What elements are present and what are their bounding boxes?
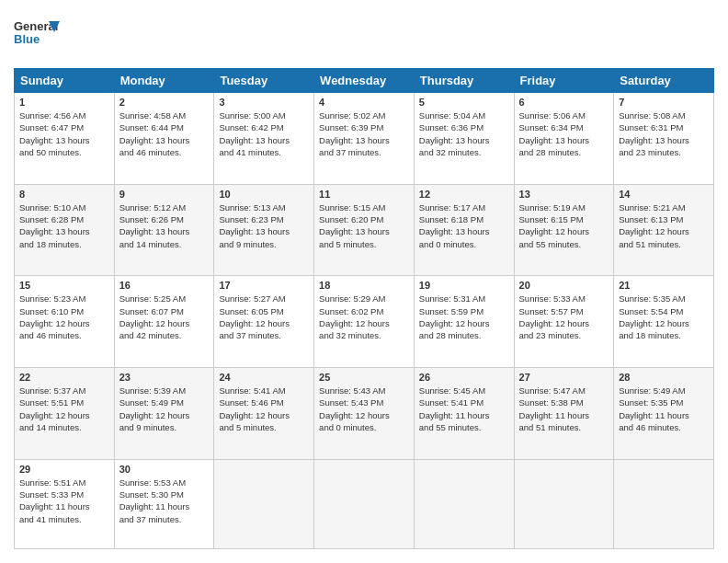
calendar-table: SundayMondayTuesdayWednesdayThursdayFrid… [14,68,714,549]
day-info: Sunrise: 5:29 AM Sunset: 6:02 PM Dayligh… [319,293,409,341]
day-number: 1 [19,97,109,108]
calendar-cell: 11Sunrise: 5:15 AM Sunset: 6:20 PM Dayli… [314,184,415,276]
calendar-cell: 9Sunrise: 5:12 AM Sunset: 6:26 PM Daylig… [114,184,214,276]
day-info: Sunrise: 5:17 AM Sunset: 6:18 PM Dayligh… [419,201,509,250]
calendar-cell: 24Sunrise: 5:41 AM Sunset: 5:46 PM Dayli… [214,367,314,459]
day-info: Sunrise: 5:53 AM Sunset: 5:30 PM Dayligh… [119,477,210,525]
calendar-cell: 18Sunrise: 5:29 AM Sunset: 6:02 PM Dayli… [314,276,415,368]
calendar-cell: 28Sunrise: 5:49 AM Sunset: 5:35 PM Dayli… [614,367,714,459]
calendar-cell: 21Sunrise: 5:35 AM Sunset: 5:54 PM Dayli… [614,276,714,368]
calendar-cell: 22Sunrise: 5:37 AM Sunset: 5:51 PM Dayli… [15,367,115,459]
day-number: 8 [19,189,109,200]
day-number: 20 [519,280,609,291]
calendar-cell [214,459,314,548]
day-info: Sunrise: 5:06 AM Sunset: 6:34 PM Dayligh… [519,109,609,158]
calendar-cell: 17Sunrise: 5:27 AM Sunset: 6:05 PM Dayli… [214,276,314,368]
day-number: 29 [19,464,109,475]
calendar-cell: 26Sunrise: 5:45 AM Sunset: 5:41 PM Dayli… [414,367,514,459]
calendar-cell: 8Sunrise: 5:10 AM Sunset: 6:28 PM Daylig… [15,184,115,276]
day-number: 6 [519,97,609,108]
weekday-sunday: Sunday [15,69,115,93]
calendar-cell: 10Sunrise: 5:13 AM Sunset: 6:23 PM Dayli… [214,184,314,276]
day-info: Sunrise: 5:12 AM Sunset: 6:26 PM Dayligh… [119,201,210,250]
day-info: Sunrise: 5:39 AM Sunset: 5:49 PM Dayligh… [119,385,210,433]
day-info: Sunrise: 5:41 AM Sunset: 5:46 PM Dayligh… [219,385,309,433]
day-number: 28 [619,372,709,383]
day-info: Sunrise: 5:10 AM Sunset: 6:28 PM Dayligh… [19,201,109,250]
calendar-week-3: 15Sunrise: 5:23 AM Sunset: 6:10 PM Dayli… [15,276,714,368]
day-info: Sunrise: 5:35 AM Sunset: 5:54 PM Dayligh… [619,293,709,341]
day-number: 2 [119,97,210,108]
calendar-cell: 30Sunrise: 5:53 AM Sunset: 5:30 PM Dayli… [114,459,214,548]
weekday-tuesday: Tuesday [214,69,314,93]
page-header: General Blue [14,14,714,59]
calendar-week-1: 1Sunrise: 4:56 AM Sunset: 6:47 PM Daylig… [15,93,714,185]
day-number: 18 [319,280,409,291]
day-info: Sunrise: 5:23 AM Sunset: 6:10 PM Dayligh… [19,293,109,341]
day-number: 27 [519,372,609,383]
weekday-header-row: SundayMondayTuesdayWednesdayThursdayFrid… [15,69,714,93]
day-number: 9 [119,189,210,200]
day-number: 14 [619,189,709,200]
day-number: 22 [19,372,109,383]
day-info: Sunrise: 5:45 AM Sunset: 5:41 PM Dayligh… [419,385,509,433]
calendar-cell: 4Sunrise: 5:02 AM Sunset: 6:39 PM Daylig… [314,93,415,185]
calendar-cell: 23Sunrise: 5:39 AM Sunset: 5:49 PM Dayli… [114,367,214,459]
calendar-cell: 7Sunrise: 5:08 AM Sunset: 6:31 PM Daylig… [614,93,714,185]
day-info: Sunrise: 4:56 AM Sunset: 6:47 PM Dayligh… [19,109,109,158]
calendar-cell: 3Sunrise: 5:00 AM Sunset: 6:42 PM Daylig… [214,93,314,185]
day-info: Sunrise: 5:21 AM Sunset: 6:13 PM Dayligh… [619,201,709,250]
day-info: Sunrise: 5:02 AM Sunset: 6:39 PM Dayligh… [319,109,409,158]
calendar-cell [414,459,514,548]
day-info: Sunrise: 5:19 AM Sunset: 6:15 PM Dayligh… [519,201,609,250]
day-info: Sunrise: 5:27 AM Sunset: 6:05 PM Dayligh… [219,293,309,341]
day-number: 30 [119,464,210,475]
day-number: 19 [419,280,509,291]
calendar-cell [314,459,415,548]
logo: General Blue [14,14,60,59]
weekday-thursday: Thursday [414,69,514,93]
day-info: Sunrise: 5:04 AM Sunset: 6:36 PM Dayligh… [419,109,509,158]
calendar-cell: 27Sunrise: 5:47 AM Sunset: 5:38 PM Dayli… [514,367,614,459]
weekday-saturday: Saturday [614,69,714,93]
day-number: 17 [219,280,309,291]
calendar-week-2: 8Sunrise: 5:10 AM Sunset: 6:28 PM Daylig… [15,184,714,276]
day-number: 3 [219,97,309,108]
day-number: 23 [119,372,210,383]
logo-icon: General Blue [14,14,60,55]
calendar-cell: 5Sunrise: 5:04 AM Sunset: 6:36 PM Daylig… [414,93,514,185]
day-info: Sunrise: 5:51 AM Sunset: 5:33 PM Dayligh… [19,477,109,525]
day-number: 13 [519,189,609,200]
day-number: 21 [619,280,709,291]
calendar-week-4: 22Sunrise: 5:37 AM Sunset: 5:51 PM Dayli… [15,367,714,459]
calendar-cell: 29Sunrise: 5:51 AM Sunset: 5:33 PM Dayli… [15,459,115,548]
day-number: 10 [219,189,309,200]
day-info: Sunrise: 5:00 AM Sunset: 6:42 PM Dayligh… [219,109,309,158]
calendar-cell: 12Sunrise: 5:17 AM Sunset: 6:18 PM Dayli… [414,184,514,276]
weekday-friday: Friday [514,69,614,93]
day-number: 25 [319,372,409,383]
day-number: 15 [19,280,109,291]
calendar-cell: 20Sunrise: 5:33 AM Sunset: 5:57 PM Dayli… [514,276,614,368]
day-info: Sunrise: 5:43 AM Sunset: 5:43 PM Dayligh… [319,385,409,433]
calendar-cell: 6Sunrise: 5:06 AM Sunset: 6:34 PM Daylig… [514,93,614,185]
day-number: 11 [319,189,409,200]
day-number: 26 [419,372,509,383]
day-info: Sunrise: 4:58 AM Sunset: 6:44 PM Dayligh… [119,109,210,158]
day-info: Sunrise: 5:31 AM Sunset: 5:59 PM Dayligh… [419,293,509,341]
calendar-cell: 15Sunrise: 5:23 AM Sunset: 6:10 PM Dayli… [15,276,115,368]
day-number: 5 [419,97,509,108]
calendar-cell: 13Sunrise: 5:19 AM Sunset: 6:15 PM Dayli… [514,184,614,276]
day-info: Sunrise: 5:15 AM Sunset: 6:20 PM Dayligh… [319,201,409,250]
calendar-cell: 2Sunrise: 4:58 AM Sunset: 6:44 PM Daylig… [114,93,214,185]
day-info: Sunrise: 5:08 AM Sunset: 6:31 PM Dayligh… [619,109,709,158]
day-number: 12 [419,189,509,200]
day-number: 16 [119,280,210,291]
svg-text:Blue: Blue [14,32,40,46]
calendar-cell: 14Sunrise: 5:21 AM Sunset: 6:13 PM Dayli… [614,184,714,276]
day-info: Sunrise: 5:33 AM Sunset: 5:57 PM Dayligh… [519,293,609,341]
calendar-cell [514,459,614,548]
day-number: 4 [319,97,409,108]
day-info: Sunrise: 5:49 AM Sunset: 5:35 PM Dayligh… [619,385,709,433]
weekday-monday: Monday [114,69,214,93]
